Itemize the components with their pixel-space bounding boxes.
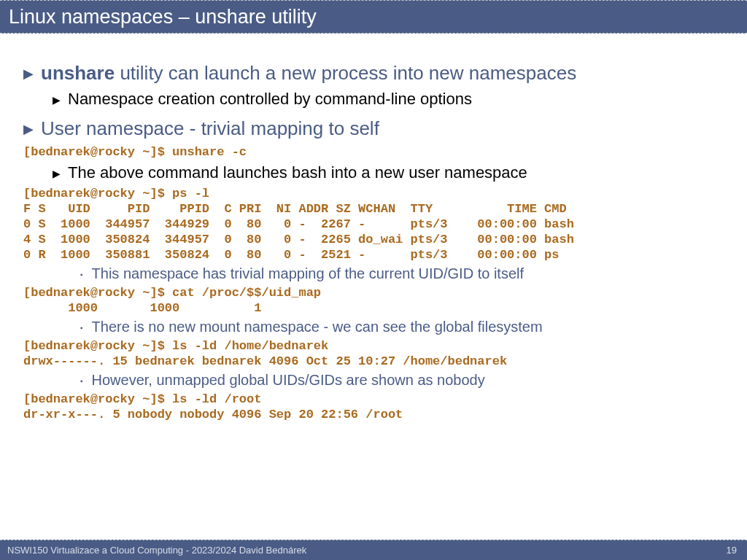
slide: Linux namespaces – unshare utility ▶ uns… <box>0 0 747 560</box>
code-block: [bednarek@rocky ~]$ ls -ld /root dr-xr-x… <box>23 392 732 422</box>
bullet-text: However, unmapped global UIDs/GIDs are s… <box>92 370 485 389</box>
bullet-text: The above command launches bash into a n… <box>68 163 527 183</box>
square-bullet-icon: ▪ <box>80 266 83 284</box>
code-block: [bednarek@rocky ~]$ ps -l F S UID PID PP… <box>23 186 732 262</box>
bullet-lvl2: ▶ Namespace creation controlled by comma… <box>53 89 732 109</box>
slide-body: ▶ unshare utility can launch a new proce… <box>0 34 747 422</box>
slide-title: Linux namespaces – unshare utility <box>9 6 317 28</box>
bullet-text: unshare utility can launch a new process… <box>41 61 576 85</box>
bullet-text: This namespace has trivial mapping of th… <box>92 264 524 283</box>
footer-bar: NSWI150 Virtualizace a Cloud Computing -… <box>0 540 747 560</box>
bullet-text: There is no new mount namespace - we can… <box>92 317 543 336</box>
square-bullet-icon: ▪ <box>80 319 83 337</box>
code-block: [bednarek@rocky ~]$ ls -ld /home/bednare… <box>23 338 732 369</box>
code-block: [bednarek@rocky ~]$ cat /proc/$$/uid_map… <box>23 285 732 316</box>
triangle-right-icon: ▶ <box>53 164 61 183</box>
triangle-right-icon: ▶ <box>23 118 34 140</box>
triangle-right-icon: ▶ <box>23 63 34 85</box>
bullet-lvl3: ▪ There is no new mount namespace - we c… <box>80 317 732 337</box>
bullet-text: Namespace creation controlled by command… <box>68 89 472 109</box>
title-bar: Linux namespaces – unshare utility <box>0 0 747 34</box>
bullet-lvl2: ▶ The above command launches bash into a… <box>53 163 732 183</box>
bullet-text-rest: utility can launch a new process into ne… <box>115 62 576 84</box>
bullet-lvl1: ▶ unshare utility can launch a new proce… <box>23 61 732 85</box>
code-block: [bednarek@rocky ~]$ unshare -c <box>23 144 732 160</box>
slide-number: 19 <box>727 545 737 556</box>
bold-keyword: unshare <box>41 62 115 84</box>
triangle-right-icon: ▶ <box>53 90 61 109</box>
bullet-text: User namespace - trivial mapping to self <box>41 117 379 140</box>
bullet-lvl3: ▪ This namespace has trivial mapping of … <box>80 264 732 284</box>
footer-course-info: NSWI150 Virtualizace a Cloud Computing -… <box>7 545 306 556</box>
bullet-lvl1: ▶ User namespace - trivial mapping to se… <box>23 117 732 140</box>
bullet-lvl3: ▪ However, unmapped global UIDs/GIDs are… <box>80 370 732 390</box>
square-bullet-icon: ▪ <box>80 373 83 390</box>
